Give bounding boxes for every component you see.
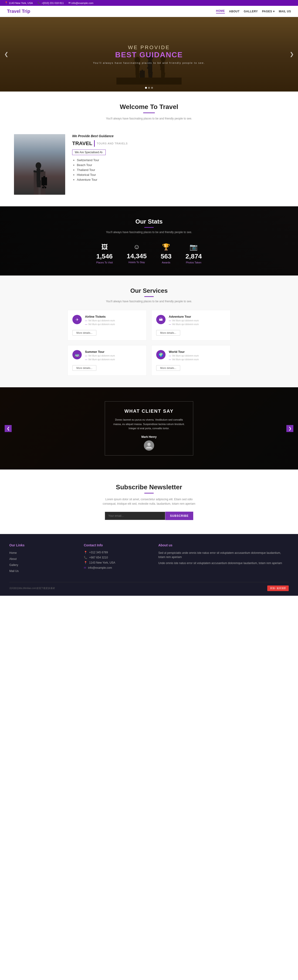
hero-sub: You'll always have fascinating places to… xyxy=(93,62,205,64)
about-silhouette xyxy=(25,153,54,195)
topbar-address: 📍 1143 New York, USA xyxy=(5,2,33,5)
airline-icon: ✈ xyxy=(72,315,82,324)
footer-bottom-text: 访问前往bbs.bfenliao.com发现下载更多素材 xyxy=(9,587,55,590)
hero-next-arrow[interactable]: ❯ xyxy=(288,49,296,59)
contact-phone2-icon: 📞 xyxy=(84,556,87,559)
hero-dots xyxy=(145,87,153,89)
svg-point-32 xyxy=(42,186,44,188)
stats-section: Our Stats You'll always have fascinating… xyxy=(0,206,298,275)
subscribe-title: Subscribe Newsletter xyxy=(7,484,291,491)
stats-underline xyxy=(144,227,154,228)
subscribe-form: Subscribe xyxy=(105,512,193,520)
stat-hotels-label: Hotels To Stay xyxy=(127,261,147,264)
testimonial-title: WHAT CLIENT SAY xyxy=(112,409,186,414)
hero-provide: WE PROVIDE xyxy=(93,45,205,51)
service-summer-top: 🚌 Summer Tour Vel illum qui dolorem eum … xyxy=(72,350,115,361)
tour-item: Beach Tour xyxy=(77,163,284,167)
nav-about[interactable]: ABOUT xyxy=(229,10,239,13)
header: Travel Trip HOME ABOUT GALLERY PAGES ▾ M… xyxy=(0,6,298,17)
brand-divider xyxy=(94,140,95,147)
summer-icon: 🚌 xyxy=(72,350,82,360)
welcome-section: Welcome To Travel You'll always have fas… xyxy=(0,92,298,127)
svg-rect-19 xyxy=(161,72,163,78)
hero-guidance: BEST GUIDANCE xyxy=(93,51,205,59)
services-subtitle: You'll always have fascinating places to… xyxy=(9,300,289,303)
summer-info: Summer Tour Vel illum qui dolorem eum Ve… xyxy=(85,350,115,361)
hero-content: WE PROVIDE BEST GUIDANCE You'll always h… xyxy=(93,45,205,64)
dot-3[interactable] xyxy=(151,87,153,89)
footer-link-about[interactable]: About xyxy=(9,557,74,561)
topbar-email: ✉ info@example.com xyxy=(68,2,94,5)
nav-home[interactable]: HOME xyxy=(216,9,225,14)
main-nav: HOME ABOUT GALLERY PAGES ▾ MAIL US xyxy=(216,9,291,14)
nav-gallery[interactable]: GALLERY xyxy=(244,10,258,13)
footer-contact-phone1: 📍 +312 345 6789 xyxy=(84,551,149,554)
footer-contact-title: Contact Info xyxy=(84,543,149,547)
travel-brand: TRAVEL TOURS AND TRAVELS xyxy=(72,140,284,147)
subscribe-button[interactable]: Subscribe xyxy=(165,512,193,520)
hero-prev-arrow[interactable]: ❮ xyxy=(2,49,10,59)
world-more-btn[interactable]: More details... xyxy=(156,365,180,371)
testimonial-prev-arrow[interactable]: ❮ xyxy=(5,425,12,432)
contact-email-icon: ✉ xyxy=(84,566,86,570)
stat-places-label: Places To Visit xyxy=(96,261,113,264)
testimonial-author: Mark Henry xyxy=(112,435,186,439)
airline-more-btn[interactable]: More details... xyxy=(72,330,97,336)
svg-point-34 xyxy=(147,443,151,446)
footer-bottom: 访问前往bbs.bfenliao.com发现下载更多素材 回顶↑ 返回顶部 xyxy=(9,582,289,591)
stats-subtitle: You'll always have fascinating places to… xyxy=(7,231,291,234)
summer-more-btn[interactable]: More details... xyxy=(72,365,97,371)
svg-rect-30 xyxy=(43,176,45,178)
stat-photos-icon: 📷 xyxy=(185,243,202,251)
testimonial-next-arrow[interactable]: ❯ xyxy=(286,425,293,432)
tour-item: Historical Tour xyxy=(77,173,284,177)
dot-1[interactable] xyxy=(145,87,147,89)
topbar-phone: 📞 +[010] 231 018 811 xyxy=(38,2,64,5)
nav-pages[interactable]: PAGES ▾ xyxy=(262,10,274,13)
stats-grid: 🖼 1,546 Places To Visit ☺ 14,345 Hotels … xyxy=(7,243,291,264)
footer-contact-address: 📍 1143 New York, USA xyxy=(84,561,149,564)
nav-mailUs[interactable]: MAIL US xyxy=(279,10,291,13)
service-adventure-top: 🏔 Adventure Tour Vel illum qui dolorem e… xyxy=(156,315,199,326)
airline-lines: Vel illum qui dolorem eum Vel illum qui … xyxy=(85,319,115,326)
phone-icon: 📞 xyxy=(38,2,41,5)
stat-photos-number: 2,874 xyxy=(185,253,202,260)
stat-hotels-icon: ☺ xyxy=(127,243,147,251)
summer-lines: Vel illum qui dolorem eum Vel illum qui … xyxy=(85,354,115,361)
dot-2[interactable] xyxy=(148,87,150,89)
contact-address-icon: 📍 xyxy=(84,561,87,564)
location-icon: 📍 xyxy=(5,2,8,5)
adventure-more-btn[interactable]: More details... xyxy=(156,330,180,336)
footer-link-gallery[interactable]: Gallery xyxy=(9,563,74,567)
footer-about-title: About us xyxy=(159,543,289,547)
footer-links-col: Our Links Home About Gallery Mail Us xyxy=(9,543,74,575)
back-to-top-button[interactable]: 回顶↑ 返回顶部 xyxy=(267,585,289,591)
service-card-adventure: 🏔 Adventure Tour Vel illum qui dolorem e… xyxy=(151,310,230,340)
stat-hotels: ☺ 14,345 Hotels To Stay xyxy=(127,243,147,264)
service-world-top: 🌍 World Tour Vel illum qui dolorem eum V… xyxy=(156,350,199,361)
welcome-title: Welcome To Travel xyxy=(5,103,293,111)
svg-rect-0 xyxy=(116,78,182,84)
world-lines: Vel illum qui dolorem eum Vel illum qui … xyxy=(169,354,199,361)
subscribe-underline xyxy=(144,493,154,493)
footer-link-home[interactable]: Home xyxy=(9,551,74,555)
adventure-icon: 🏔 xyxy=(156,315,165,324)
stat-photos: 📷 2,874 Photos Taken xyxy=(185,243,202,264)
testimonial-section: ❮ ❯ WHAT CLIENT SAY Donec laoreet eu pur… xyxy=(0,387,298,469)
subscribe-email-input[interactable] xyxy=(105,512,165,520)
footer-link-mailUs[interactable]: Mail Us xyxy=(9,569,74,573)
svg-rect-7 xyxy=(140,70,145,78)
footer-about-col: About us Sed ut perspiciatis unde omnis … xyxy=(159,543,289,575)
services-grid: ✈ Airline Tickets Vel illum qui dolorem … xyxy=(68,310,230,375)
adventure-lines: Vel illum qui dolorem eum Vel illum qui … xyxy=(169,319,199,326)
footer-about-text2: Unde omnis iste natus error sit voluptat… xyxy=(159,561,289,565)
subscribe-description: Lorem ipsum dolor sit amet, consectetur … xyxy=(103,497,195,506)
hero-section: WE PROVIDE BEST GUIDANCE You'll always h… xyxy=(0,17,298,92)
site-logo[interactable]: Travel Trip xyxy=(7,9,30,14)
adventure-title: Adventure Tour xyxy=(169,315,199,318)
footer-contact-phone2: 📞 +987 654 3210 xyxy=(84,556,149,559)
tour-list: Switzerland Tour Beach Tour Thailand Tou… xyxy=(72,158,284,181)
stats-title: Our Stats xyxy=(7,218,291,225)
world-icon: 🌍 xyxy=(156,350,165,360)
about-section: We Provide Best Guidance TRAVEL TOURS AN… xyxy=(0,127,298,206)
